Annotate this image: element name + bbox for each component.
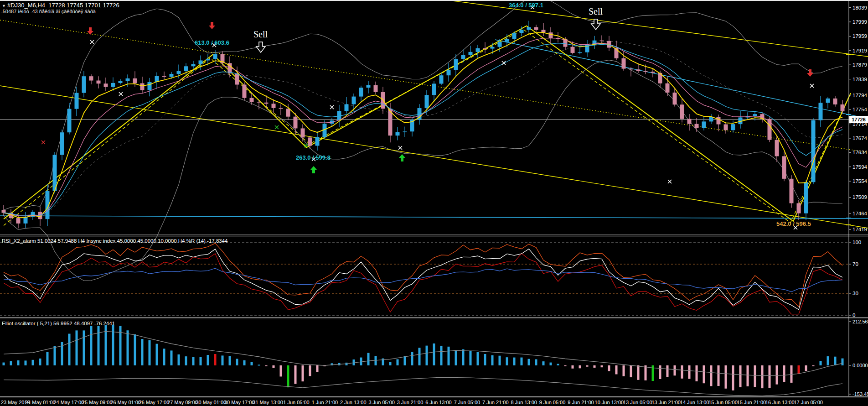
svg-text:17554: 17554 xyxy=(852,178,868,184)
sell-arrow-icon xyxy=(590,19,601,31)
svg-text:18039: 18039 xyxy=(852,5,867,10)
sell-signal-2: Sell xyxy=(589,6,603,31)
svg-text:17999: 17999 xyxy=(852,19,867,25)
rsi-axis[interactable]: 10070300 xyxy=(849,239,861,318)
rsi-slow-line xyxy=(4,254,842,314)
sell-label: Sell xyxy=(589,6,603,16)
elliott-panel[interactable] xyxy=(3,325,844,396)
svg-text:15 Jun 05:00: 15 Jun 05:00 xyxy=(708,400,738,405)
svg-text:30 May 17:00: 30 May 17:00 xyxy=(224,400,255,405)
chart-title: ▼#DJ30_M6,H4 17728 17745 17701 17726 xyxy=(2,2,119,9)
current-price-badge: 17726 xyxy=(849,116,868,123)
insync-index-line xyxy=(4,268,842,291)
svg-text:31 May 13:00: 31 May 13:00 xyxy=(253,400,283,405)
collapse-icon[interactable]: ▼ xyxy=(2,4,6,8)
svg-text:17839: 17839 xyxy=(852,77,867,82)
rsi-panel[interactable] xyxy=(0,242,849,315)
svg-text:0.0000: 0.0000 xyxy=(852,363,868,368)
symbol-title: #DJ30_M6,H4 xyxy=(7,2,45,9)
svg-text:30 May 01:00: 30 May 01:00 xyxy=(196,400,226,405)
time-axis[interactable]: 23 May 201624 May 01:0024 May 17:0025 Ma… xyxy=(1,400,823,405)
svg-text:70: 70 xyxy=(852,261,858,267)
zigzag-price-tag-2: 364.0 / 597.1 xyxy=(509,2,543,9)
zigzag-lines[interactable] xyxy=(4,26,851,226)
elliott-panel-header: Elliot oscillator ( 5,21) 56.9952 48.409… xyxy=(2,321,115,326)
sell-label: Sell xyxy=(253,29,268,39)
trendlines[interactable] xyxy=(0,1,868,228)
svg-text:7 Jun 05:00: 7 Jun 05:00 xyxy=(454,400,480,405)
svg-text:0: 0 xyxy=(852,312,855,318)
svg-text:7 Jun 21:00: 7 Jun 21:00 xyxy=(482,400,509,405)
ohlc-readout: 17728 17745 17701 17726 xyxy=(48,2,119,9)
signal-markers xyxy=(41,5,814,229)
svg-text:30: 30 xyxy=(852,291,858,296)
zigzag-price-tag-1: 613.0 / 603.6 xyxy=(195,39,229,46)
svg-text:1 Jun 05:00: 1 Jun 05:00 xyxy=(283,400,310,405)
svg-text:26 May 01:00: 26 May 01:00 xyxy=(110,400,141,405)
svg-text:17419: 17419 xyxy=(852,227,867,232)
svg-text:9 Jun 21:00: 9 Jun 21:00 xyxy=(568,400,594,405)
svg-text:27 May 09:00: 27 May 09:00 xyxy=(167,400,198,405)
svg-text:1 Jun 21:00: 1 Jun 21:00 xyxy=(312,400,338,405)
svg-text:16 Jun 13:00: 16 Jun 13:00 xyxy=(765,400,795,405)
svg-text:24 May 01:00: 24 May 01:00 xyxy=(25,400,56,405)
svg-text:3 Jun 05:00: 3 Jun 05:00 xyxy=(368,400,395,405)
bar-timer-comment: -50487 ìèíóò -43 ñåêóíä äî çàêðûòèÿ áàðà xyxy=(1,9,96,14)
svg-text:9 Jun 05:00: 9 Jun 05:00 xyxy=(539,400,566,405)
up-arrow-icon xyxy=(310,166,317,173)
svg-text:17794: 17794 xyxy=(852,93,868,98)
panel-separators[interactable] xyxy=(0,1,868,398)
zigzag-price-tag-4: 542.0 / 596.5 xyxy=(776,220,811,227)
svg-text:17 Jun 05:00: 17 Jun 05:00 xyxy=(794,400,823,405)
svg-text:-153.4565: -153.4565 xyxy=(852,391,868,397)
svg-text:15 Jun 21:00: 15 Jun 21:00 xyxy=(737,400,766,405)
rsi-fast-line xyxy=(4,243,842,307)
moving-averages xyxy=(4,32,842,218)
svg-text:2 Jun 13:00: 2 Jun 13:00 xyxy=(340,400,367,405)
elliott-axis[interactable]: 212.56550.0000-153.4565 xyxy=(849,319,868,397)
svg-text:17634: 17634 xyxy=(852,150,868,155)
svg-text:212.5655: 212.5655 xyxy=(852,319,868,324)
svg-text:6 Jun 13:00: 6 Jun 13:00 xyxy=(425,400,452,405)
svg-text:100: 100 xyxy=(852,239,861,245)
zigzag-price-tag-3: 263.0 / 599.8 xyxy=(296,154,331,161)
up-arrow-icon xyxy=(399,154,405,161)
down-arrow-icon xyxy=(87,27,93,35)
svg-text:24 May 17:00: 24 May 17:00 xyxy=(53,400,84,405)
chart-canvas[interactable]: 1803917999179591791917879178391779417754… xyxy=(0,1,868,406)
svg-text:17464: 17464 xyxy=(852,211,868,216)
svg-text:17594: 17594 xyxy=(852,164,868,170)
svg-text:13 Jun 05:00: 13 Jun 05:00 xyxy=(623,400,652,405)
svg-text:26 May 17:00: 26 May 17:00 xyxy=(139,400,170,405)
svg-text:17674: 17674 xyxy=(852,135,868,141)
svg-text:8 Jun 13:00: 8 Jun 13:00 xyxy=(511,400,537,405)
svg-text:13 Jun 21:00: 13 Jun 21:00 xyxy=(651,400,681,405)
svg-text:25 May 09:00: 25 May 09:00 xyxy=(82,400,113,405)
sell-signal-1: Sell xyxy=(253,29,268,53)
svg-text:3 Jun 21:00: 3 Jun 21:00 xyxy=(397,400,424,405)
svg-text:17919: 17919 xyxy=(852,48,867,53)
svg-text:14 Jun 13:00: 14 Jun 13:00 xyxy=(680,400,709,405)
svg-text:17754: 17754 xyxy=(852,107,868,112)
down-arrow-icon xyxy=(209,22,215,29)
rsi-panel-header: RSI_X2_alarm 51.0024 57.9488 H4 Insync i… xyxy=(2,238,227,244)
svg-text:10 Jun 13:00: 10 Jun 13:00 xyxy=(595,400,624,405)
svg-text:17509: 17509 xyxy=(852,194,867,200)
sell-arrow-icon xyxy=(255,42,266,53)
mt4-chart-window: 1803917999179591791917879178391779417754… xyxy=(0,0,868,406)
svg-text:17959: 17959 xyxy=(852,33,867,39)
svg-text:17879: 17879 xyxy=(852,62,867,68)
